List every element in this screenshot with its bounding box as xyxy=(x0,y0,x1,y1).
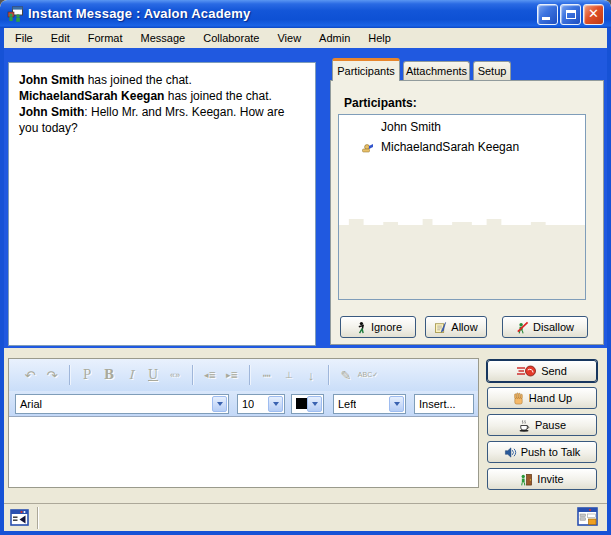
participants-label: Participants: xyxy=(344,96,417,110)
collapse-panel-icon[interactable] xyxy=(10,508,30,528)
window-title: Instant Message : Avalon Academy xyxy=(28,6,250,21)
color-swatch xyxy=(296,398,307,409)
maximize-button[interactable] xyxy=(560,4,581,25)
send-button[interactable]: Send xyxy=(487,360,597,382)
insert-select[interactable]: Insert... xyxy=(414,394,474,414)
signature-icon[interactable]: ✎ xyxy=(335,365,357,385)
chat-message: John Smith has joined the chat. xyxy=(19,72,305,88)
message-input[interactable] xyxy=(9,417,478,486)
ignore-person-icon xyxy=(354,321,367,334)
menu-help[interactable]: Help xyxy=(359,30,400,47)
format-toolbar: ↶ ↷ P B I U «» ◂≣ ▸≣ ┉ ⊥ ↓ ✎ ABC✓ xyxy=(9,359,478,391)
window-border-right xyxy=(607,28,611,535)
chat-message: MichaelandSarah Keegan has joined the ch… xyxy=(19,88,305,104)
italic-icon[interactable]: I xyxy=(120,365,142,385)
chat-message: John Smith: Hello Mr. and Mrs. Keegan. H… xyxy=(19,104,305,136)
tab-setup[interactable]: Setup xyxy=(473,61,511,80)
invite-button[interactable]: Invite xyxy=(487,468,597,490)
title-bar: Instant Message : Avalon Academy ✕ xyxy=(0,0,611,28)
push-to-talk-button[interactable]: Push to Talk xyxy=(487,441,597,463)
tab-attachments[interactable]: Attachments xyxy=(403,61,470,80)
send-speed-icon xyxy=(517,365,537,377)
app-icon xyxy=(7,6,23,22)
menu-message[interactable]: Message xyxy=(132,30,195,47)
indent-icon[interactable]: ◂≣ xyxy=(199,365,221,385)
speaker-icon xyxy=(504,446,517,459)
paragraph-icon[interactable]: P xyxy=(76,365,98,385)
close-icon: ✕ xyxy=(584,6,603,21)
ignore-button[interactable]: Ignore xyxy=(340,316,416,338)
hand-icon xyxy=(512,392,525,405)
maximize-icon xyxy=(566,10,576,19)
bold-icon[interactable]: B xyxy=(98,365,120,385)
dotted-rule-icon[interactable]: ┉ xyxy=(256,365,278,385)
chevron-down-icon xyxy=(389,396,404,412)
status-separator xyxy=(37,507,38,529)
allow-notepad-icon xyxy=(434,321,447,334)
menu-admin[interactable]: Admin xyxy=(310,30,359,47)
chat-sender: John Smith xyxy=(19,105,84,119)
pause-button[interactable]: Pause xyxy=(487,414,597,436)
menu-edit[interactable]: Edit xyxy=(42,30,79,47)
chevron-down-icon xyxy=(307,396,322,412)
instant-message-window: Instant Message : Avalon Academy ✕ File … xyxy=(0,0,611,535)
redo-icon[interactable]: ↷ xyxy=(41,365,63,385)
menu-format[interactable]: Format xyxy=(79,30,132,47)
chevron-down-icon xyxy=(268,396,283,412)
font-family-select[interactable]: Arial xyxy=(15,394,229,414)
layout-panel-icon[interactable] xyxy=(577,506,599,528)
chat-log[interactable]: John Smith has joined the chat. Michaela… xyxy=(8,62,316,346)
participants-list[interactable]: John Smith MichaelandSarah Keegan xyxy=(338,114,586,300)
menu-file[interactable]: File xyxy=(6,30,42,47)
participant-row[interactable]: John Smith xyxy=(339,118,585,135)
allow-button[interactable]: Allow xyxy=(425,316,487,338)
door-person-icon xyxy=(520,473,533,486)
toolbar-separator xyxy=(328,365,329,385)
alignment-select[interactable]: Left xyxy=(333,394,406,414)
disallow-button[interactable]: Disallow xyxy=(502,316,588,338)
menu-view[interactable]: View xyxy=(268,30,310,47)
font-size-select[interactable]: 10 xyxy=(237,394,285,414)
underline-icon[interactable]: U xyxy=(142,365,164,385)
repaint-artifact xyxy=(339,213,585,300)
toolbar-separator xyxy=(249,365,250,385)
menu-bar: File Edit Format Message Collaborate Vie… xyxy=(4,28,607,48)
undo-icon[interactable]: ↶ xyxy=(19,365,41,385)
outdent-icon[interactable]: ▸≣ xyxy=(221,365,243,385)
symbols-icon[interactable]: «» xyxy=(164,365,186,385)
spellcheck-icon[interactable]: ABC✓ xyxy=(357,365,379,385)
chevron-down-icon xyxy=(212,396,227,412)
menu-collaborate[interactable]: Collaborate xyxy=(194,30,268,47)
minimize-icon xyxy=(542,17,550,20)
hand-up-button[interactable]: Hand Up xyxy=(487,387,597,409)
disallow-person-icon xyxy=(516,321,529,334)
status-bar xyxy=(4,503,607,531)
hand-raised-icon xyxy=(361,140,375,154)
font-toolbar: Arial 10 Left Insert... xyxy=(9,391,478,417)
participant-row[interactable]: MichaelandSarah Keegan xyxy=(339,138,585,155)
chat-sender: MichaelandSarah Keegan xyxy=(19,89,164,103)
close-button[interactable]: ✕ xyxy=(583,4,604,25)
minimize-button[interactable] xyxy=(537,4,558,25)
compose-area: ↶ ↷ P B I U «» ◂≣ ▸≣ ┉ ⊥ ↓ ✎ ABC✓ Arial xyxy=(8,358,479,488)
toolbar-separator xyxy=(69,365,70,385)
move-down-icon[interactable]: ↓ xyxy=(300,365,322,385)
text-color-select[interactable] xyxy=(291,394,324,414)
chat-sender: John Smith xyxy=(19,73,84,87)
window-border-bottom xyxy=(0,531,611,535)
toolbar-separator xyxy=(192,365,193,385)
tab-participants[interactable]: Participants xyxy=(332,58,400,81)
baseline-icon[interactable]: ⊥ xyxy=(278,365,300,385)
participant-icon-placeholder xyxy=(361,120,375,134)
coffee-cup-icon xyxy=(518,419,531,432)
